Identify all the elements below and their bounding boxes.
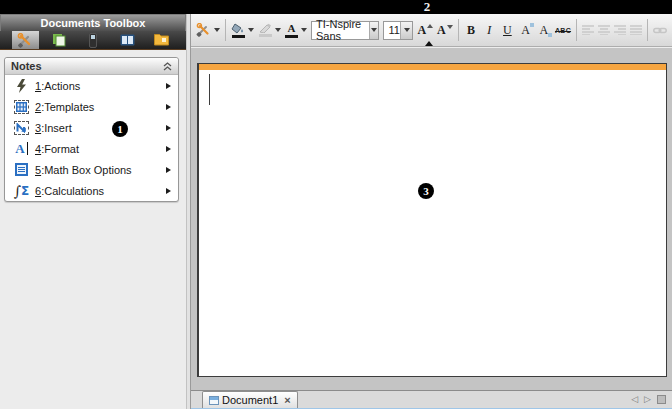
subscript-button[interactable]: A bbox=[535, 18, 553, 42]
document-icon bbox=[209, 396, 219, 405]
toolbar-separator bbox=[225, 19, 226, 41]
menu-item-label: 2:Templates bbox=[35, 101, 94, 113]
submenu-arrow-icon bbox=[166, 188, 171, 194]
text-color-swatch bbox=[285, 35, 298, 38]
submenu-arrow-icon bbox=[166, 167, 171, 173]
font-family-select[interactable]: TI-Nspire Sans bbox=[311, 21, 379, 40]
notes-menu-header[interactable]: Notes bbox=[5, 58, 178, 75]
callout-3: 3 bbox=[418, 183, 434, 199]
documents-toolbox-panel: Documents Toolbox bbox=[0, 14, 186, 409]
menu-item-label: 1:Actions bbox=[35, 80, 80, 92]
align-center-button[interactable] bbox=[596, 18, 612, 42]
text-cursor bbox=[209, 74, 210, 105]
handheld-icon bbox=[89, 33, 97, 48]
dropdown-arrow-icon[interactable] bbox=[275, 28, 281, 32]
menu-item-label: 5:Math Box Options bbox=[35, 164, 132, 176]
document-tools-button[interactable] bbox=[194, 18, 213, 42]
tab-utilities[interactable] bbox=[114, 31, 141, 49]
menu-item-format[interactable]: A 4:Format bbox=[5, 138, 178, 159]
dropdown-arrow-icon bbox=[371, 28, 377, 32]
underline-button[interactable]: U bbox=[498, 18, 516, 42]
dropdown-arrow-icon[interactable] bbox=[214, 28, 220, 32]
font-size-select[interactable]: 11 bbox=[383, 21, 413, 40]
triangle-down-icon bbox=[447, 25, 453, 29]
document-tab-strip: Document1 × ◁ ▷ bbox=[191, 390, 672, 409]
menu-item-calculations[interactable]: ∫Σ 6:Calculations bbox=[5, 180, 178, 201]
lightning-icon bbox=[12, 77, 31, 94]
toolbar-separator bbox=[576, 19, 577, 41]
menu-item-label: 3:Insert bbox=[35, 122, 72, 134]
folder-icon bbox=[154, 34, 169, 46]
format-text-icon: A bbox=[12, 140, 31, 157]
documents-toolbox-title: Documents Toolbox bbox=[0, 14, 186, 31]
menu-item-label: 4:Format bbox=[35, 143, 79, 155]
superscript-mark-icon bbox=[530, 23, 534, 27]
math-box-icon bbox=[12, 161, 31, 178]
align-left-button[interactable] bbox=[580, 18, 596, 42]
document-workspace-column: A TI-Nspire Sans 11 A A B I U bbox=[191, 14, 672, 409]
notes-page[interactable]: 3 bbox=[197, 63, 667, 377]
tab-page-sorter[interactable] bbox=[46, 31, 73, 49]
menu-item-math-box-options[interactable]: 5:Math Box Options bbox=[5, 159, 178, 180]
dropdown-arrow-icon bbox=[404, 28, 410, 32]
fill-color-swatch bbox=[232, 35, 245, 38]
dropdown-arrow-icon[interactable] bbox=[248, 28, 254, 32]
document-tab-label: Document1 bbox=[222, 394, 278, 406]
menu-item-templates[interactable]: 2:Templates bbox=[5, 96, 178, 117]
app-window: 2 Documents Toolbox bbox=[0, 0, 672, 409]
templates-grid-icon bbox=[12, 98, 31, 115]
submenu-arrow-icon bbox=[166, 125, 171, 131]
font-family-value: TI-Nspire Sans bbox=[316, 18, 369, 42]
notes-page-accent-bar bbox=[199, 64, 666, 70]
toolbar-separator bbox=[647, 19, 648, 41]
align-justify-button[interactable] bbox=[628, 18, 644, 42]
toolbar-separator bbox=[458, 19, 459, 41]
previous-page-icon[interactable]: ◁ bbox=[631, 395, 638, 404]
next-page-icon[interactable]: ▷ bbox=[644, 395, 651, 404]
top-strip: 2 bbox=[0, 0, 672, 14]
tab-ti-smartview[interactable] bbox=[80, 31, 107, 49]
italic-button[interactable]: I bbox=[480, 18, 498, 42]
document-tab[interactable]: Document1 × bbox=[202, 391, 298, 408]
wrench-screwdriver-icon bbox=[17, 33, 33, 48]
tab-document-tools[interactable] bbox=[12, 31, 39, 49]
subscript-mark-icon bbox=[548, 33, 552, 37]
strikethrough-button[interactable]: ABC bbox=[553, 18, 573, 42]
formatting-toolbar: A TI-Nspire Sans 11 A A B I U bbox=[191, 14, 672, 47]
submenu-arrow-icon bbox=[166, 146, 171, 152]
bold-button[interactable]: B bbox=[462, 18, 480, 42]
align-right-button[interactable] bbox=[612, 18, 628, 42]
toolbox-tab-row bbox=[0, 31, 186, 50]
hyperlink-button[interactable] bbox=[651, 18, 669, 42]
text-color-letter: A bbox=[288, 23, 296, 34]
close-tab-icon[interactable]: × bbox=[284, 395, 290, 406]
font-size-dropdown-button[interactable] bbox=[400, 22, 413, 39]
pages-icon bbox=[52, 33, 66, 47]
notes-menu: Notes 1:Actions bbox=[4, 57, 179, 202]
font-size-value: 11 bbox=[388, 24, 399, 36]
toolbar-collapse-handle[interactable] bbox=[425, 41, 433, 46]
book-icon bbox=[120, 34, 135, 46]
decrease-font-size-button[interactable]: A bbox=[435, 18, 455, 42]
page-workspace: 3 bbox=[191, 47, 672, 390]
highlighter-button[interactable] bbox=[256, 18, 274, 42]
insert-shape-icon bbox=[12, 119, 31, 136]
notes-menu-title: Notes bbox=[11, 60, 42, 72]
menu-item-label: 6:Calculations bbox=[35, 185, 104, 197]
menu-item-actions[interactable]: 1:Actions bbox=[5, 75, 178, 96]
callout-1: 1 bbox=[112, 121, 128, 137]
font-family-dropdown-button[interactable] bbox=[369, 22, 379, 39]
superscript-button[interactable]: A bbox=[516, 18, 534, 42]
text-color-button[interactable]: A bbox=[283, 18, 300, 42]
menu-item-insert[interactable]: 3:Insert bbox=[5, 117, 178, 138]
integral-sigma-icon: ∫Σ bbox=[12, 182, 31, 199]
increase-font-size-button[interactable]: A bbox=[415, 18, 435, 42]
fill-color-button[interactable] bbox=[229, 18, 247, 42]
triangle-up-icon bbox=[427, 24, 433, 28]
page-sorter-icon[interactable] bbox=[657, 395, 666, 404]
collapse-chevrons-icon[interactable] bbox=[163, 62, 172, 71]
dropdown-arrow-icon[interactable] bbox=[301, 28, 307, 32]
tab-content-explorer[interactable] bbox=[148, 31, 175, 49]
callout-2: 2 bbox=[419, 0, 435, 14]
submenu-arrow-icon bbox=[166, 104, 171, 110]
